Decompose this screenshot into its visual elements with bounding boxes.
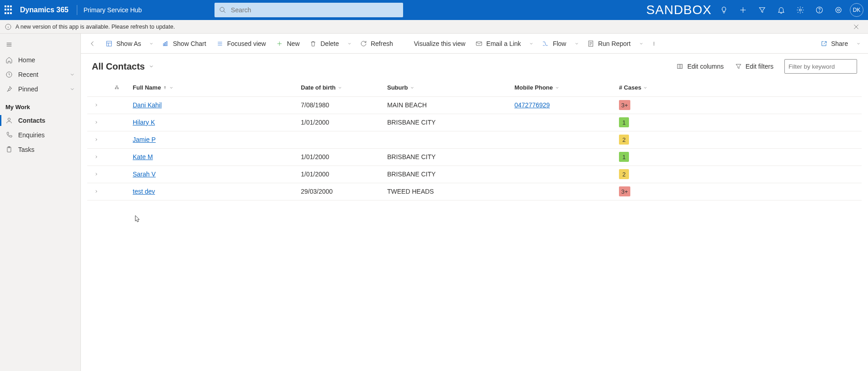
- svg-rect-48: [117, 88, 119, 89]
- contact-link[interactable]: Sarah V: [133, 170, 156, 178]
- trash-icon: [309, 40, 317, 47]
- expand-row-button[interactable]: [87, 183, 105, 200]
- share-button[interactable]: Share: [816, 34, 853, 53]
- cases-cell: 3+: [614, 183, 862, 200]
- contact-link[interactable]: Jamie P: [133, 136, 156, 143]
- delete-dropdown[interactable]: [344, 34, 354, 53]
- mobile-cell: [510, 148, 614, 165]
- cmd-label: Visualize this view: [414, 40, 465, 47]
- global-search[interactable]: [215, 3, 403, 17]
- new-button[interactable]: New: [271, 34, 304, 53]
- hierarchy-cell: [105, 96, 128, 114]
- sidebar-item-label: Home: [18, 56, 35, 64]
- avatar[interactable]: DK: [850, 3, 863, 17]
- mail-icon: [475, 40, 483, 47]
- plus-icon[interactable]: [733, 0, 753, 20]
- close-icon[interactable]: [853, 23, 863, 30]
- flow-dropdown[interactable]: [572, 34, 582, 53]
- suburb-cell: [383, 131, 510, 148]
- mobile-cell: [510, 165, 614, 183]
- col-suburb[interactable]: Suburb: [383, 79, 510, 96]
- contact-link[interactable]: test dev: [133, 188, 155, 195]
- edit-columns-button[interactable]: Edit columns: [671, 59, 729, 74]
- svg-rect-24: [164, 44, 165, 46]
- notification-bar: A new version of this app is available. …: [0, 20, 868, 34]
- run-report-dropdown[interactable]: [636, 34, 646, 53]
- sidebar-item-recent[interactable]: Recent: [0, 67, 80, 82]
- table-row[interactable]: Kate M1/01/2000BRISBANE CITY1: [87, 148, 862, 165]
- show-chart-button[interactable]: Show Chart: [157, 34, 210, 53]
- search-input[interactable]: [230, 6, 399, 14]
- svg-point-42: [653, 45, 654, 45]
- flow-button[interactable]: Flow: [537, 34, 571, 53]
- table-row[interactable]: Dani Kahil7/08/1980MAIN BEACH04727769293…: [87, 96, 862, 114]
- full-name-cell: Hilary K: [128, 114, 296, 131]
- col-hierarchy[interactable]: [105, 79, 128, 96]
- sidebar-item-tasks[interactable]: Tasks: [0, 142, 80, 157]
- cmd-label: Show Chart: [173, 40, 206, 47]
- suburb-cell: BRISBANE CITY: [383, 165, 510, 183]
- assist-icon[interactable]: [829, 0, 848, 20]
- email-link-dropdown[interactable]: [526, 34, 536, 53]
- contact-link[interactable]: Hilary K: [133, 119, 155, 126]
- show-as-button[interactable]: Show As: [101, 34, 145, 53]
- delete-button[interactable]: Delete: [305, 34, 343, 53]
- phone-link[interactable]: 0472776929: [514, 101, 550, 109]
- svg-rect-33: [406, 42, 407, 46]
- funnel-icon: [735, 63, 742, 70]
- sidebar-item-enquiries[interactable]: Enquiries: [0, 128, 80, 142]
- lightbulb-icon[interactable]: [714, 0, 733, 20]
- more-commands-button[interactable]: [647, 34, 661, 53]
- cases-badge: 3+: [619, 100, 630, 110]
- cases-cell: 1: [614, 114, 862, 131]
- table-row[interactable]: Sarah V1/01/2000BRISBANE CITY2: [87, 165, 862, 183]
- svg-rect-32: [405, 44, 406, 46]
- table-row[interactable]: test dev29/03/2000TWEED HEADS3+: [87, 183, 862, 200]
- sidebar-item-home[interactable]: Home: [0, 53, 80, 67]
- share-dropdown[interactable]: [853, 34, 863, 53]
- col-dob[interactable]: Date of birth: [296, 79, 383, 96]
- cases-cell: 2: [614, 165, 862, 183]
- table-row[interactable]: Hilary K1/01/2000BRISBANE CITY1: [87, 114, 862, 131]
- brand-label[interactable]: Dynamics 365: [20, 6, 69, 14]
- bell-icon[interactable]: [772, 0, 791, 20]
- run-report-button[interactable]: Run Report: [583, 34, 635, 53]
- cases-badge: 2: [619, 135, 629, 145]
- waffle-icon[interactable]: [5, 5, 14, 15]
- email-link-button[interactable]: Email a Link: [471, 34, 525, 53]
- sidebar-item-contacts[interactable]: Contacts: [0, 113, 80, 128]
- svg-rect-35: [476, 42, 482, 45]
- app-name-label[interactable]: Primary Service Hub: [84, 6, 142, 14]
- funnel-icon[interactable]: [753, 0, 772, 20]
- expand-row-button[interactable]: [87, 165, 105, 183]
- edit-filters-button[interactable]: Edit filters: [729, 59, 779, 74]
- contact-link[interactable]: Dani Kahil: [133, 101, 162, 109]
- gear-icon[interactable]: [791, 0, 810, 20]
- expand-row-button[interactable]: [87, 148, 105, 165]
- svg-point-6: [819, 11, 820, 12]
- full-name-cell: Kate M: [128, 148, 296, 165]
- contact-link[interactable]: Kate M: [133, 153, 153, 160]
- table-row[interactable]: Jamie P2: [87, 131, 862, 148]
- focused-view-button[interactable]: Focused view: [212, 34, 271, 53]
- refresh-button[interactable]: Refresh: [355, 34, 398, 53]
- visualize-button[interactable]: Visualize this view: [399, 34, 470, 53]
- show-as-dropdown[interactable]: [146, 34, 156, 53]
- col-cases[interactable]: # Cases: [614, 79, 862, 96]
- sidebar-item-label: Contacts: [18, 117, 45, 124]
- col-full-name[interactable]: Full Name: [128, 79, 296, 96]
- report-icon: [587, 40, 594, 47]
- back-button[interactable]: [85, 34, 100, 53]
- hamburger-icon[interactable]: [0, 36, 18, 53]
- col-mobile[interactable]: Mobile Phone: [510, 79, 614, 96]
- expand-row-button[interactable]: [87, 114, 105, 131]
- svg-point-4: [799, 9, 802, 11]
- keyword-filter-input[interactable]: [784, 59, 857, 74]
- expand-row-button[interactable]: [87, 131, 105, 148]
- help-icon[interactable]: [810, 0, 829, 20]
- sidebar-item-label: Pinned: [18, 85, 38, 93]
- sidebar-item-pinned[interactable]: Pinned: [0, 82, 80, 96]
- view-selector[interactable]: All Contacts: [92, 61, 154, 72]
- expand-row-button[interactable]: [87, 96, 105, 114]
- cmd-label: Focused view: [227, 40, 266, 47]
